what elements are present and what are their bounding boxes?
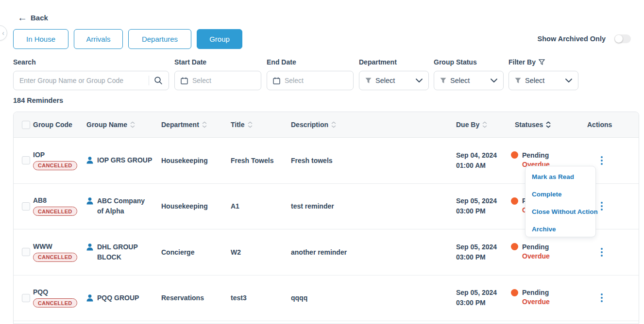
group-name-cell: DHL GROUP BLOCK <box>86 242 161 262</box>
group-code-cell: PQQ CANCELLED <box>33 288 86 308</box>
due-date: Sep 05, 2024 <box>456 242 506 252</box>
group-code: WWW <box>33 243 82 250</box>
group-status-filter: Group Status Select <box>434 58 504 90</box>
menu-item-mark-as-read[interactable]: Mark as Read <box>525 168 595 186</box>
column-header-statuses[interactable]: Statuses <box>511 121 587 129</box>
show-archived-label: Show Archived Only <box>538 35 606 43</box>
department-value: Select <box>375 77 412 84</box>
due-date: Sep 04, 2024 <box>456 150 506 161</box>
funnel-icon <box>440 78 446 83</box>
group-name: IOP GRS GROUP <box>97 155 152 165</box>
pending-status-dot <box>511 151 518 159</box>
search-label: Search <box>13 58 169 66</box>
back-label: Back <box>31 14 48 22</box>
group-status-value: Select <box>450 77 487 84</box>
menu-item-complete[interactable]: Complete <box>525 186 595 203</box>
show-archived-toggle[interactable] <box>614 34 631 43</box>
funnel-outline-icon <box>539 59 545 65</box>
due-by-cell: Sep 05, 2024 03:00 PM <box>456 242 511 262</box>
divider <box>149 76 149 85</box>
actions-cell <box>587 292 639 304</box>
menu-item-close-without-action[interactable]: Close Without Action <box>525 203 595 221</box>
column-label: Title <box>231 121 245 129</box>
search-input[interactable] <box>19 77 146 84</box>
sort-icon-active <box>546 121 551 129</box>
chevron-down-icon <box>416 79 423 82</box>
due-date: Sep 05, 2024 <box>456 196 506 206</box>
person-icon <box>86 157 93 164</box>
group-code: IOP <box>33 151 82 159</box>
person-icon <box>86 243 93 251</box>
title-cell: test3 <box>231 294 291 302</box>
back-button[interactable]: ← Back <box>17 13 48 22</box>
title-cell: A1 <box>231 202 291 210</box>
row-checkbox[interactable] <box>22 294 30 302</box>
row-actions-context-menu: Mark as Read Complete Close Without Acti… <box>525 166 596 237</box>
group-code-cell: WWW CANCELLED <box>33 243 86 262</box>
search-icon[interactable] <box>154 76 163 85</box>
group-status-label: Group Status <box>434 58 504 66</box>
filter-by-label-text: Filter By <box>508 58 536 66</box>
department-cell: Reservations <box>161 294 231 302</box>
tab-arrivals[interactable]: Arrivals <box>74 29 123 49</box>
pending-status-dot <box>511 197 518 205</box>
overdue-label: Overdue <box>522 297 582 307</box>
column-header-description[interactable]: Description <box>291 121 456 129</box>
sort-icon <box>482 121 487 129</box>
reminders-count: 184 Reminders <box>13 97 63 104</box>
column-header-department[interactable]: Department <box>161 121 231 129</box>
start-date-picker[interactable]: Select <box>174 71 261 90</box>
group-status-select[interactable]: Select <box>434 71 504 90</box>
cancelled-badge: CANCELLED <box>33 161 77 170</box>
description-cell: another reminder <box>291 248 456 256</box>
group-name: DHL GROUP BLOCK <box>97 242 153 262</box>
column-header-due-by[interactable]: Due By <box>456 121 511 129</box>
row-checkbox[interactable] <box>22 202 30 211</box>
pending-status-dot <box>511 243 518 250</box>
title-cell: Fresh Towels <box>231 157 291 164</box>
actions-cell <box>587 246 639 258</box>
funnel-icon <box>515 78 521 83</box>
select-all-checkbox[interactable] <box>22 121 30 129</box>
due-time: 03:00 PM <box>456 298 506 308</box>
panel-collapse-handle[interactable]: ‹ <box>0 25 7 41</box>
due-time: 03:00 PM <box>456 206 506 216</box>
row-checkbox[interactable] <box>22 156 30 164</box>
tab-departures[interactable]: Departures <box>128 29 191 49</box>
row-actions-kebab-menu[interactable] <box>596 155 608 166</box>
description-cell: test reminder <box>291 202 456 210</box>
column-label: Actions <box>587 121 612 129</box>
cancelled-badge: CANCELLED <box>33 207 77 216</box>
column-header-group-name[interactable]: Group Name <box>86 121 161 129</box>
due-time: 03:00 PM <box>456 252 506 262</box>
chevron-left-icon: ‹ <box>2 29 4 37</box>
menu-item-archive[interactable]: Archive <box>525 221 595 238</box>
column-header-title[interactable]: Title <box>231 121 291 129</box>
row-actions-kebab-menu[interactable] <box>596 246 608 258</box>
sort-icon <box>248 121 253 129</box>
due-by-cell: Sep 04, 2024 01:00 AM <box>456 150 511 171</box>
table-row: PQQ CANCELLED PQQ GROUP Reservations tes… <box>14 275 639 322</box>
sort-icon <box>331 121 336 129</box>
description-cell: Fresh towels <box>291 157 456 164</box>
description-cell: qqqq <box>291 294 456 302</box>
row-actions-kebab-menu[interactable] <box>596 292 608 304</box>
row-checkbox[interactable] <box>22 248 30 256</box>
filter-by-select[interactable]: Select <box>508 71 578 90</box>
chevron-down-icon <box>565 79 572 82</box>
calendar-icon <box>273 77 280 84</box>
group-code-cell: AB8 CANCELLED <box>33 196 86 216</box>
filter-by-filter: Filter By Select <box>508 58 578 90</box>
end-date-picker[interactable]: Select <box>267 71 354 90</box>
funnel-icon <box>365 78 372 83</box>
department-select[interactable]: Select <box>359 71 429 90</box>
status-cell: Pending Overdue <box>511 289 587 307</box>
status-label: Pending <box>522 151 549 159</box>
column-header-actions: Actions <box>587 121 639 129</box>
tab-group[interactable]: Group <box>197 29 242 49</box>
tab-in-house[interactable]: In House <box>13 29 68 49</box>
due-by-cell: Sep 05, 2024 03:00 PM <box>456 288 511 308</box>
calendar-icon <box>181 77 188 84</box>
group-name-cell: IOP GRS GROUP <box>86 155 161 165</box>
pending-status-dot <box>511 289 518 296</box>
